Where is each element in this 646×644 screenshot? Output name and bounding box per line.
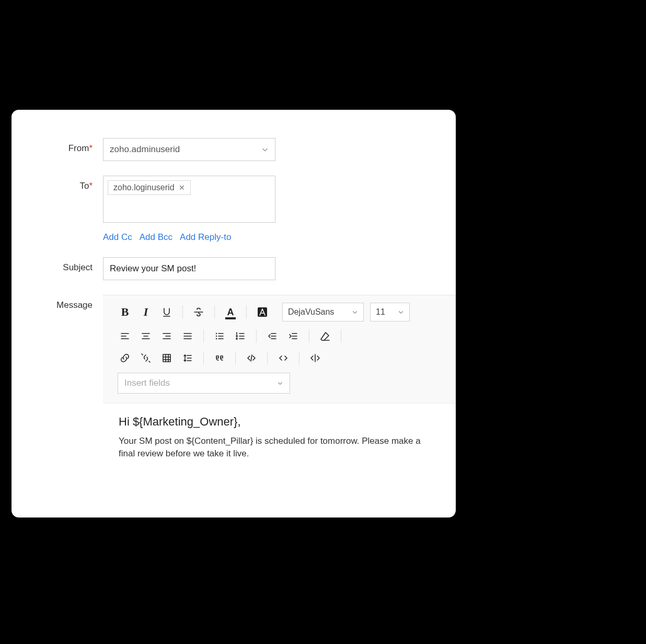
email-compose-panel: From* zoho.adminuserid To* zoho.loginuse… (11, 110, 456, 518)
highlight-icon (257, 307, 268, 317)
svg-point-15 (216, 333, 217, 334)
svg-line-33 (149, 361, 150, 362)
message-label: Message (11, 295, 103, 310)
embed-icon (278, 353, 289, 363)
align-justify-button[interactable] (180, 329, 195, 343)
italic-button[interactable]: I (139, 305, 153, 319)
align-right-icon (161, 331, 172, 341)
to-label: To (79, 181, 89, 191)
add-cc-link[interactable]: Add Cc (103, 232, 132, 243)
to-label-wrap: To* (11, 176, 103, 191)
body-paragraph: Your SM post on ${Content_Pillar} is sch… (119, 435, 432, 460)
toolbar-separator (246, 305, 247, 319)
strike-button[interactable] (191, 305, 206, 319)
underline-button[interactable] (159, 305, 174, 319)
line-height-icon (182, 353, 193, 363)
align-right-button[interactable] (159, 329, 174, 343)
from-select[interactable]: zoho.adminuserid (103, 138, 275, 161)
message-row: Message B I (11, 295, 456, 472)
code-block-icon (246, 353, 257, 363)
table-icon (161, 353, 172, 363)
insert-fields-placeholder: Insert fields (124, 378, 170, 388)
svg-rect-34 (163, 354, 170, 362)
bullet-list-icon (214, 331, 225, 341)
required-asterisk: * (89, 181, 93, 191)
indent-button[interactable] (286, 329, 301, 343)
code-block-button[interactable] (244, 351, 259, 365)
recipient-chip: zoho.loginuserid ✕ (108, 180, 191, 195)
font-size-value: 11 (376, 307, 385, 317)
align-center-icon (141, 331, 151, 341)
recipient-chip-label: zoho.loginuserid (113, 183, 175, 192)
address-extra-links: Add Cc Add Bcc Add Reply-to (103, 232, 440, 243)
line-height-button[interactable] (180, 351, 195, 365)
html-source-button[interactable] (308, 351, 322, 365)
chevron-down-icon (352, 309, 358, 315)
add-replyto-link[interactable]: Add Reply-to (180, 232, 231, 243)
remove-chip-icon[interactable]: ✕ (179, 183, 185, 192)
align-center-button[interactable] (139, 329, 153, 343)
indent-icon (288, 331, 298, 341)
toolbar-separator (182, 305, 183, 319)
rich-text-editor: B I A (103, 295, 456, 472)
link-icon (120, 353, 130, 363)
chevron-down-icon (277, 380, 283, 386)
body-greeting: Hi ${Marketing_Owner}, (119, 415, 440, 429)
toolbar-separator (341, 329, 341, 343)
toolbar-separator (235, 351, 236, 365)
bullet-list-button[interactable] (212, 329, 227, 343)
strike-icon (193, 307, 204, 317)
bold-button[interactable]: B (118, 305, 132, 319)
insert-link-button[interactable] (118, 351, 132, 365)
toolbar-separator (203, 351, 204, 365)
from-row: From* zoho.adminuserid (11, 138, 456, 161)
subject-row: Subject (11, 257, 456, 280)
editor-toolbar: B I A (103, 295, 456, 404)
blockquote-button[interactable] (212, 351, 227, 365)
chevron-down-icon (398, 309, 404, 315)
svg-point-17 (216, 336, 217, 337)
align-left-button[interactable] (118, 329, 132, 343)
unlink-icon (141, 353, 151, 363)
embed-button[interactable] (276, 351, 291, 365)
align-justify-icon (182, 331, 193, 341)
font-size-select[interactable]: 11 (370, 303, 410, 321)
outdent-icon (267, 331, 278, 341)
italic-icon: I (144, 305, 148, 319)
insert-table-button[interactable] (159, 351, 174, 365)
underline-icon (161, 307, 172, 317)
font-color-button[interactable]: A (223, 305, 238, 319)
font-family-select[interactable]: DejaVuSans (282, 303, 364, 321)
clear-format-button[interactable] (318, 329, 332, 343)
message-body[interactable]: Hi ${Marketing_Owner}, Your SM post on $… (103, 404, 456, 472)
subject-input[interactable] (103, 257, 275, 280)
from-label: From (68, 143, 89, 153)
html-icon (310, 353, 320, 363)
remove-link-button[interactable] (139, 351, 153, 365)
svg-line-43 (251, 355, 252, 361)
highlight-button[interactable] (255, 305, 270, 319)
numbered-list-button[interactable] (233, 329, 248, 343)
insert-fields-select[interactable]: Insert fields (118, 373, 290, 394)
toolbar-separator (309, 329, 309, 343)
font-family-value: DejaVuSans (288, 307, 334, 317)
quote-icon (214, 353, 225, 363)
to-input[interactable]: zoho.loginuserid ✕ (103, 176, 275, 223)
chevron-down-icon (261, 146, 269, 153)
from-label-wrap: From* (11, 138, 103, 154)
outdent-button[interactable] (265, 329, 280, 343)
to-row: To* zoho.loginuserid ✕ Add Cc Add Bcc Ad… (11, 176, 456, 243)
subject-label: Subject (11, 257, 103, 273)
font-color-icon: A (227, 307, 234, 318)
toolbar-separator (214, 305, 215, 319)
align-left-icon (120, 331, 130, 341)
toolbar-separator (299, 351, 299, 365)
eraser-icon (320, 331, 330, 341)
required-asterisk: * (89, 143, 93, 153)
numbered-list-icon (235, 331, 246, 341)
svg-line-32 (142, 354, 143, 355)
from-value: zoho.adminuserid (110, 144, 180, 155)
svg-point-19 (216, 338, 217, 339)
bold-icon: B (121, 305, 129, 319)
add-bcc-link[interactable]: Add Bcc (140, 232, 172, 243)
